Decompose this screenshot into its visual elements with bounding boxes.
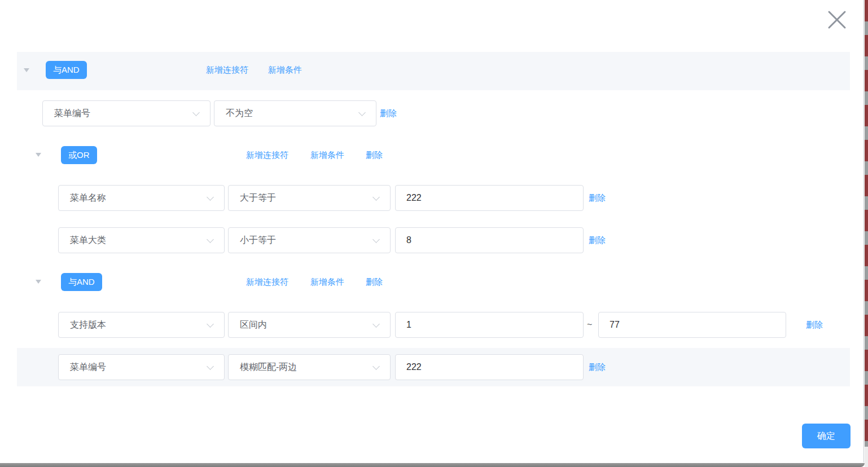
operator-select[interactable]: 大于等于 bbox=[228, 185, 391, 211]
add-connector-link[interactable]: 新增连接符 bbox=[246, 276, 288, 288]
collapse-icon[interactable] bbox=[36, 280, 41, 284]
add-condition-link[interactable]: 新增条件 bbox=[310, 276, 344, 288]
close-x-glyph bbox=[825, 8, 849, 32]
window-bottom-edge bbox=[0, 463, 865, 467]
operator-select[interactable]: 区间内 bbox=[228, 312, 391, 338]
connector-badge-or[interactable]: 或OR bbox=[61, 146, 97, 164]
collapse-icon[interactable] bbox=[36, 153, 41, 157]
connector-badge-and[interactable]: 与AND bbox=[46, 61, 87, 79]
filter-builder-dialog: 与AND 新增连接符 新增条件 菜单编号 不为空 删除 或OR 新增连接符 新增… bbox=[0, 0, 868, 467]
connector-badge-and[interactable]: 与AND bbox=[61, 273, 102, 291]
chevron-down-icon bbox=[207, 236, 214, 243]
range-start-input[interactable] bbox=[395, 312, 584, 338]
delete-link[interactable]: 删除 bbox=[589, 361, 606, 373]
field-select-value: 菜单名称 bbox=[70, 192, 106, 204]
operator-select[interactable]: 小于等于 bbox=[228, 227, 391, 253]
chevron-down-icon bbox=[207, 320, 214, 328]
field-select[interactable]: 菜单大类 bbox=[58, 227, 225, 253]
operator-select-value: 模糊匹配-两边 bbox=[240, 362, 297, 373]
delete-link[interactable]: 删除 bbox=[589, 192, 606, 204]
field-select-value: 菜单编号 bbox=[70, 362, 106, 373]
value-input[interactable] bbox=[395, 354, 584, 380]
chevron-down-icon bbox=[372, 363, 380, 370]
field-select[interactable]: 菜单编号 bbox=[42, 100, 211, 126]
delete-link[interactable]: 删除 bbox=[806, 319, 823, 331]
range-end-input[interactable] bbox=[598, 312, 786, 338]
confirm-button[interactable]: 确定 bbox=[802, 424, 851, 448]
chevron-down-icon bbox=[192, 109, 200, 116]
value-input[interactable] bbox=[395, 185, 584, 211]
operator-select-value: 区间内 bbox=[240, 319, 267, 331]
field-select-value: 菜单大类 bbox=[70, 235, 106, 246]
window-right-edge-pattern bbox=[865, 0, 868, 447]
window-right-edge-end bbox=[865, 447, 868, 467]
collapse-icon[interactable] bbox=[24, 68, 29, 72]
operator-select-value: 小于等于 bbox=[240, 235, 276, 246]
delete-link[interactable]: 删除 bbox=[589, 234, 606, 246]
chevron-down-icon bbox=[207, 193, 214, 201]
chevron-down-icon bbox=[207, 363, 214, 370]
chevron-down-icon bbox=[372, 193, 380, 201]
chevron-down-icon bbox=[372, 320, 380, 328]
operator-select[interactable]: 模糊匹配-两边 bbox=[228, 354, 391, 380]
delete-link[interactable]: 删除 bbox=[366, 149, 383, 161]
field-select[interactable]: 支持版本 bbox=[58, 312, 225, 338]
window-right-border bbox=[863, 0, 864, 462]
delete-link[interactable]: 删除 bbox=[380, 107, 397, 120]
range-separator: ~ bbox=[587, 318, 592, 332]
field-select[interactable]: 菜单名称 bbox=[58, 185, 225, 211]
close-icon[interactable] bbox=[825, 8, 849, 32]
operator-select-value: 不为空 bbox=[226, 108, 253, 120]
chevron-down-icon bbox=[372, 236, 380, 243]
add-connector-link[interactable]: 新增连接符 bbox=[246, 149, 288, 161]
add-connector-link[interactable]: 新增连接符 bbox=[206, 64, 248, 76]
add-condition-link[interactable]: 新增条件 bbox=[310, 149, 344, 161]
field-select-value: 菜单编号 bbox=[54, 108, 90, 120]
operator-select-value: 大于等于 bbox=[240, 192, 276, 204]
group-row-highlight bbox=[17, 52, 850, 90]
delete-link[interactable]: 删除 bbox=[366, 276, 383, 288]
field-select-value: 支持版本 bbox=[70, 319, 106, 331]
field-select[interactable]: 菜单编号 bbox=[58, 354, 225, 380]
add-condition-link[interactable]: 新增条件 bbox=[268, 64, 302, 76]
value-input[interactable] bbox=[395, 227, 584, 253]
operator-select[interactable]: 不为空 bbox=[214, 100, 376, 126]
chevron-down-icon bbox=[358, 109, 366, 116]
